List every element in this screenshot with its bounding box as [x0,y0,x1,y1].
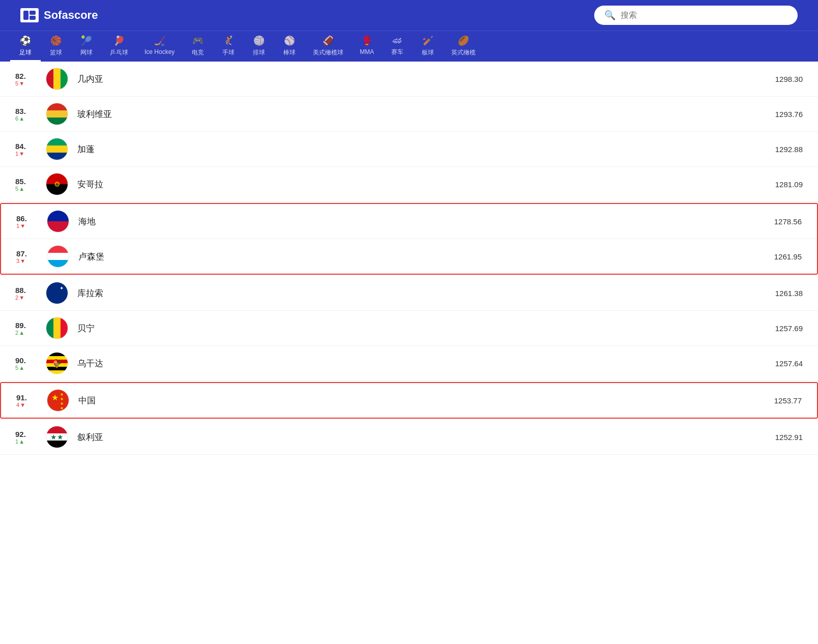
score: 1252.91 [775,433,803,442]
score: 1261.95 [774,252,802,261]
rank-number: 82. [15,72,26,80]
flag-guinea [46,68,68,90]
esports-icon: 🎮 [192,35,203,46]
american-football-icon: 🏈 [323,35,334,46]
flag-haiti [47,210,69,232]
nav-item-baseball[interactable]: ⚾ 棒球 [274,31,305,62]
rank-change: 3▼ [16,258,25,264]
flag-china: ★ ★★★★ [47,389,69,412]
rank-block: 87. 3▼ [16,249,47,264]
soccer-icon: ⚽ [20,35,31,46]
flag-gabon [46,138,68,160]
score: 1253.77 [774,396,802,405]
table-tennis-icon: 🏓 [113,35,125,46]
table-row[interactable]: 92. 1▲ ★★ 叙利亚 1252.91 [0,420,818,455]
highlight-group-1: 86. 1▼ 海地 1278.56 87. 3▼ 卢森堡 1261.95 [0,203,818,275]
table-row[interactable]: 83. 6▲ 玻利维亚 1293.76 [0,97,818,132]
table-row[interactable]: 90. 5▲ 🐓 乌干达 1257.64 [0,346,818,381]
nav-label-esports: 电竞 [192,48,204,57]
cricket-icon: 🏏 [422,35,433,46]
flag-bolivia [46,103,68,125]
nav-item-ice-hockey[interactable]: 🏒 Ice Hockey [136,31,183,62]
table-row[interactable]: 85. 5▲ ⚙ 安哥拉 1281.09 [0,167,818,202]
nav-label-volleyball: 排球 [253,48,265,57]
score: 1261.38 [775,289,803,298]
country-name: 乌干达 [77,358,775,369]
nav-item-tennis[interactable]: 🎾 网球 [71,31,102,62]
rank-number: 91. [16,393,27,402]
rank-block: 91. 4▼ [16,393,47,408]
logo[interactable]: Sofascore [20,8,98,22]
nav-item-volleyball[interactable]: 🏐 排球 [244,31,274,62]
rank-number: 92. [15,430,26,438]
rank-number: 90. [15,356,26,365]
country-name: 海地 [78,216,774,227]
flag-luxembourg [47,245,69,268]
rank-change: 5▲ [15,365,24,371]
country-name: 贝宁 [77,323,775,334]
country-name: 安哥拉 [77,179,775,190]
country-name: 库拉索 [77,287,775,299]
svg-rect-2 [30,16,36,20]
score: 1292.88 [775,145,803,154]
rank-block: 86. 1▼ [16,214,47,229]
nav-item-american-football[interactable]: 🏈 美式橄榄球 [305,31,352,62]
svg-rect-1 [30,11,36,15]
table-row[interactable]: 87. 3▼ 卢森堡 1261.95 [1,239,817,274]
table-row[interactable]: 84. 1▼ 加蓬 1292.88 [0,132,818,167]
score: 1281.09 [775,180,803,189]
country-name: 加蓬 [77,143,775,155]
nav-label-rugby: 英式橄榄 [451,48,476,57]
search-input[interactable] [621,11,787,20]
table-row[interactable]: 82. 5▼ 几内亚 1298.30 [0,62,818,97]
nav-item-basketball[interactable]: 🏀 篮球 [41,31,71,62]
table-row[interactable]: 89. 2▲ 贝宁 1257.69 [0,311,818,346]
score: 1293.76 [775,110,803,119]
rank-change: 1▼ [16,223,25,229]
rank-change: 1▲ [15,438,24,445]
search-bar[interactable]: 🔍 [594,6,798,25]
rank-number: 84. [15,142,26,151]
rank-number: 85. [15,177,26,186]
nav-label-table-tennis: 乒乓球 [110,48,128,57]
nav-item-rugby[interactable]: 🏉 英式橄榄 [443,31,484,62]
nav-label-ice-hockey: Ice Hockey [144,48,174,55]
nav-label-racing: 赛车 [391,48,403,56]
search-icon: 🔍 [604,10,616,21]
rank-change: 1▼ [15,151,24,157]
nav-item-mma[interactable]: 🥊 MMA [352,31,382,62]
score: 1257.69 [775,324,803,333]
score: 1278.56 [774,217,802,226]
nav-label-cricket: 板球 [422,48,434,57]
score: 1257.64 [775,359,803,368]
baseball-icon: ⚾ [284,35,295,46]
rank-number: 89. [15,321,26,330]
nav-item-handball[interactable]: 🤾 手球 [213,31,244,62]
flag-angola: ⚙ [46,173,68,195]
table-row[interactable]: 91. 4▼ ★ ★★★★ 中国 1253.77 [1,383,817,418]
nav-item-esports[interactable]: 🎮 电竞 [183,31,213,62]
rank-change: 2▲ [15,330,24,336]
table-row[interactable]: 86. 1▼ 海地 1278.56 [1,204,817,239]
nav-item-soccer[interactable]: ⚽ 足球 [10,31,41,62]
logo-icon [20,8,39,22]
nav-item-table-tennis[interactable]: 🏓 乒乓球 [102,31,136,62]
ice-hockey-icon: 🏒 [154,35,165,46]
flag-syria: ★★ [46,426,68,448]
tennis-icon: 🎾 [81,35,92,46]
nav-label-american-football: 美式橄榄球 [313,48,343,57]
rank-block: 85. 5▲ [15,177,46,192]
basketball-icon: 🏀 [50,35,62,46]
nav-item-cricket[interactable]: 🏏 板球 [413,31,443,62]
nav-item-racing[interactable]: 🏎 赛车 [382,31,413,62]
header: Sofascore 🔍 [0,0,818,31]
rank-block: 82. 5▼ [15,72,46,86]
highlight-group-2: 91. 4▼ ★ ★★★★ 中国 1253.77 [0,382,818,419]
nav-label-basketball: 篮球 [50,48,62,57]
svg-rect-0 [23,11,28,20]
nav-label-baseball: 棒球 [283,48,296,57]
rank-block: 84. 1▼ [15,142,46,157]
country-name: 叙利亚 [77,431,775,443]
table-row[interactable]: 88. 2▼ ✦ 库拉索 1261.38 [0,276,818,311]
rank-number: 86. [16,214,27,223]
